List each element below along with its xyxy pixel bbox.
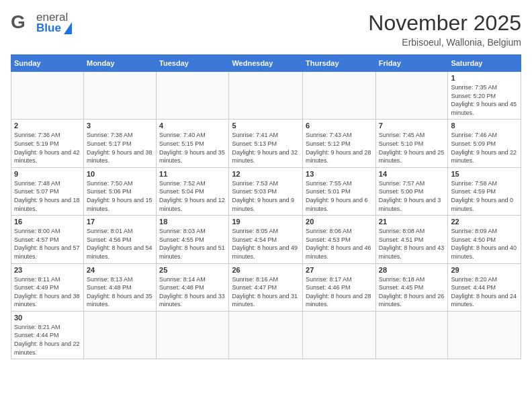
day-info: Sunrise: 7:53 AM Sunset: 5:03 PM Dayligh… <box>232 179 300 213</box>
week-row-3: 9Sunrise: 7:48 AM Sunset: 5:07 PM Daylig… <box>11 167 521 215</box>
calendar-cell: 27Sunrise: 8:17 AM Sunset: 4:46 PM Dayli… <box>303 263 376 311</box>
calendar-cell: 16Sunrise: 8:00 AM Sunset: 4:57 PM Dayli… <box>11 216 84 263</box>
day-number: 27 <box>306 266 373 274</box>
day-info: Sunrise: 7:57 AM Sunset: 5:00 PM Dayligh… <box>379 179 445 213</box>
day-number: 18 <box>159 218 226 226</box>
calendar-cell: 20Sunrise: 8:06 AM Sunset: 4:53 PM Dayli… <box>303 216 376 263</box>
calendar-cell <box>83 311 156 359</box>
weekday-header-saturday: Saturday <box>448 55 521 72</box>
weekday-header-monday: Monday <box>83 55 156 72</box>
day-info: Sunrise: 8:01 AM Sunset: 4:56 PM Dayligh… <box>87 227 153 261</box>
weekday-header-row: SundayMondayTuesdayWednesdayThursdayFrid… <box>11 55 521 72</box>
calendar-cell <box>229 311 303 359</box>
calendar-cell: 17Sunrise: 8:01 AM Sunset: 4:56 PM Dayli… <box>83 216 156 263</box>
day-info: Sunrise: 7:41 AM Sunset: 5:13 PM Dayligh… <box>232 131 300 165</box>
calendar-cell: 11Sunrise: 7:52 AM Sunset: 5:04 PM Dayli… <box>157 167 229 215</box>
day-info: Sunrise: 8:08 AM Sunset: 4:51 PM Dayligh… <box>379 227 445 261</box>
week-row-2: 2Sunrise: 7:36 AM Sunset: 5:19 PM Daylig… <box>11 120 521 167</box>
weekday-header-thursday: Thursday <box>303 55 376 72</box>
calendar-cell <box>448 311 521 359</box>
calendar-cell <box>157 311 229 359</box>
day-info: Sunrise: 8:00 AM Sunset: 4:57 PM Dayligh… <box>14 227 81 261</box>
day-number: 19 <box>232 218 300 226</box>
calendar-cell: 7Sunrise: 7:45 AM Sunset: 5:10 PM Daylig… <box>375 120 448 167</box>
day-info: Sunrise: 7:50 AM Sunset: 5:06 PM Dayligh… <box>87 179 153 213</box>
day-info: Sunrise: 7:38 AM Sunset: 5:17 PM Dayligh… <box>87 131 153 165</box>
day-info: Sunrise: 8:14 AM Sunset: 4:48 PM Dayligh… <box>159 275 226 309</box>
logo-text-block: eneral Blue <box>36 11 72 35</box>
day-info: Sunrise: 7:58 AM Sunset: 4:59 PM Dayligh… <box>451 179 518 213</box>
calendar-cell: 21Sunrise: 8:08 AM Sunset: 4:51 PM Dayli… <box>375 216 448 263</box>
day-info: Sunrise: 7:52 AM Sunset: 5:04 PM Dayligh… <box>159 179 226 213</box>
day-number: 4 <box>159 122 226 130</box>
day-info: Sunrise: 8:11 AM Sunset: 4:49 PM Dayligh… <box>14 275 81 309</box>
day-number: 16 <box>14 218 81 226</box>
title-section: November 2025 Erbisoeul, Wallonia, Belgi… <box>368 11 521 48</box>
logo: G eneral Blue <box>11 11 72 35</box>
weekday-header-friday: Friday <box>375 55 448 72</box>
calendar-cell <box>229 72 303 120</box>
calendar-cell <box>157 72 229 120</box>
day-number: 11 <box>159 170 226 178</box>
day-info: Sunrise: 7:48 AM Sunset: 5:07 PM Dayligh… <box>14 179 81 213</box>
calendar-cell: 26Sunrise: 8:16 AM Sunset: 4:47 PM Dayli… <box>229 263 303 311</box>
calendar-cell: 24Sunrise: 8:13 AM Sunset: 4:48 PM Dayli… <box>83 263 156 311</box>
day-number: 8 <box>451 122 518 130</box>
day-number: 22 <box>451 218 518 226</box>
day-number: 10 <box>87 170 153 178</box>
day-info: Sunrise: 8:06 AM Sunset: 4:53 PM Dayligh… <box>306 227 373 261</box>
calendar-cell <box>303 311 376 359</box>
calendar-cell: 23Sunrise: 8:11 AM Sunset: 4:49 PM Dayli… <box>11 263 84 311</box>
calendar-cell <box>83 72 156 120</box>
week-row-1: 1Sunrise: 7:35 AM Sunset: 5:20 PM Daylig… <box>11 72 521 120</box>
calendar-cell: 28Sunrise: 8:18 AM Sunset: 4:45 PM Dayli… <box>375 263 448 311</box>
calendar-cell <box>375 311 448 359</box>
day-info: Sunrise: 8:03 AM Sunset: 4:55 PM Dayligh… <box>159 227 226 261</box>
day-number: 14 <box>379 170 445 178</box>
day-number: 17 <box>87 218 153 226</box>
day-info: Sunrise: 8:05 AM Sunset: 4:54 PM Dayligh… <box>232 227 300 261</box>
day-info: Sunrise: 7:36 AM Sunset: 5:19 PM Dayligh… <box>14 131 81 165</box>
calendar-cell: 8Sunrise: 7:46 AM Sunset: 5:09 PM Daylig… <box>448 120 521 167</box>
calendar-cell: 12Sunrise: 7:53 AM Sunset: 5:03 PM Dayli… <box>229 167 303 215</box>
day-number: 6 <box>306 122 373 130</box>
day-number: 3 <box>87 122 153 130</box>
calendar-cell: 13Sunrise: 7:55 AM Sunset: 5:01 PM Dayli… <box>303 167 376 215</box>
calendar-cell: 22Sunrise: 8:09 AM Sunset: 4:50 PM Dayli… <box>448 216 521 263</box>
day-number: 5 <box>232 122 300 130</box>
calendar-cell: 19Sunrise: 8:05 AM Sunset: 4:54 PM Dayli… <box>229 216 303 263</box>
day-number: 23 <box>14 266 81 274</box>
day-number: 20 <box>306 218 373 226</box>
day-info: Sunrise: 8:20 AM Sunset: 4:44 PM Dayligh… <box>451 275 518 309</box>
day-info: Sunrise: 8:21 AM Sunset: 4:44 PM Dayligh… <box>14 323 81 357</box>
calendar-table: SundayMondayTuesdayWednesdayThursdayFrid… <box>11 54 521 359</box>
weekday-header-wednesday: Wednesday <box>229 55 303 72</box>
day-number: 26 <box>232 266 300 274</box>
week-row-4: 16Sunrise: 8:00 AM Sunset: 4:57 PM Dayli… <box>11 216 521 263</box>
svg-text:G: G <box>11 11 26 32</box>
day-number: 24 <box>87 266 153 274</box>
week-row-6: 30Sunrise: 8:21 AM Sunset: 4:44 PM Dayli… <box>11 311 521 359</box>
calendar-cell: 5Sunrise: 7:41 AM Sunset: 5:13 PM Daylig… <box>229 120 303 167</box>
calendar-cell: 15Sunrise: 7:58 AM Sunset: 4:59 PM Dayli… <box>448 167 521 215</box>
calendar-cell: 14Sunrise: 7:57 AM Sunset: 5:00 PM Dayli… <box>375 167 448 215</box>
day-number: 15 <box>451 170 518 178</box>
day-info: Sunrise: 7:40 AM Sunset: 5:15 PM Dayligh… <box>159 131 226 165</box>
logo-blue: Blue <box>36 21 61 35</box>
day-number: 29 <box>451 266 518 274</box>
day-info: Sunrise: 8:18 AM Sunset: 4:45 PM Dayligh… <box>379 275 445 309</box>
day-info: Sunrise: 7:46 AM Sunset: 5:09 PM Dayligh… <box>451 131 518 165</box>
day-number: 21 <box>379 218 445 226</box>
calendar-cell: 10Sunrise: 7:50 AM Sunset: 5:06 PM Dayli… <box>83 167 156 215</box>
day-number: 25 <box>159 266 226 274</box>
calendar-cell: 2Sunrise: 7:36 AM Sunset: 5:19 PM Daylig… <box>11 120 84 167</box>
calendar-cell: 1Sunrise: 7:35 AM Sunset: 5:20 PM Daylig… <box>448 72 521 120</box>
weekday-header-sunday: Sunday <box>11 55 84 72</box>
day-number: 2 <box>14 122 81 130</box>
day-number: 30 <box>14 314 81 322</box>
day-info: Sunrise: 7:55 AM Sunset: 5:01 PM Dayligh… <box>306 179 373 213</box>
day-number: 12 <box>232 170 300 178</box>
day-info: Sunrise: 8:17 AM Sunset: 4:46 PM Dayligh… <box>306 275 373 309</box>
week-row-5: 23Sunrise: 8:11 AM Sunset: 4:49 PM Dayli… <box>11 263 521 311</box>
day-number: 9 <box>14 170 81 178</box>
